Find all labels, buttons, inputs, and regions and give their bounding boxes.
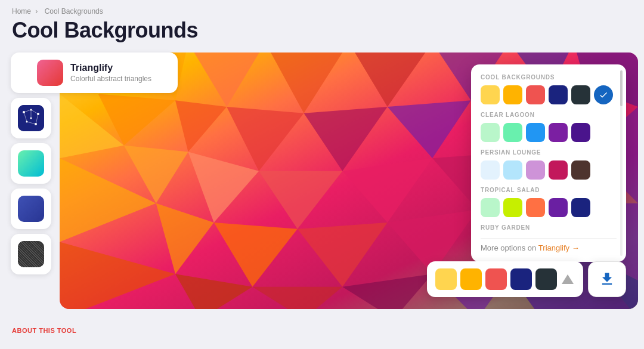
- main-content: Trianglify Colorful abstract triangles: [0, 48, 644, 320]
- swatch-ts-3[interactable]: [526, 198, 545, 217]
- color-section-persian-lounge: PERSIAN LOUNGE: [481, 149, 617, 180]
- toolbar-swatch-1[interactable]: [435, 268, 457, 290]
- color-section-tropical-salad: TROPICAL SALAD: [481, 187, 617, 217]
- swatches-tropical-salad: [481, 198, 617, 217]
- swatch-cl-3[interactable]: [526, 123, 545, 142]
- swatch-cb-3[interactable]: [526, 85, 545, 104]
- color-section-clear-lagoon: CLEAR LAGOON: [481, 112, 617, 142]
- swatch-pl-3[interactable]: [526, 160, 545, 180]
- noise-icon: [18, 241, 44, 267]
- popup-divider: [481, 238, 617, 239]
- download-icon: [599, 271, 615, 288]
- toolbar-swatch-3[interactable]: [485, 268, 507, 290]
- swatch-ts-4[interactable]: [549, 198, 568, 217]
- breadcrumb-current: Cool Backgrounds: [45, 7, 103, 16]
- swatch-cb-2[interactable]: [503, 85, 522, 104]
- color-section-ruby-garden: RUBY GARDEN: [481, 224, 617, 231]
- swatch-pl-5[interactable]: [571, 160, 590, 180]
- tool-card-solid[interactable]: [11, 189, 51, 229]
- section-title-persian-lounge: PERSIAN LOUNGE: [481, 149, 617, 156]
- swatch-pl-1[interactable]: [481, 160, 500, 180]
- swatch-cb-1[interactable]: [481, 85, 500, 104]
- color-section-cool-backgrounds: COOL BACKGROUNDS: [481, 74, 617, 104]
- bottom-toolbar: [427, 261, 626, 297]
- section-title-clear-lagoon: CLEAR LAGOON: [481, 112, 617, 118]
- toolbar-swatch-5[interactable]: [535, 268, 557, 290]
- swatch-cl-2[interactable]: [503, 123, 522, 142]
- solid-icon: [18, 196, 44, 222]
- swatch-pl-2[interactable]: [503, 160, 522, 180]
- swatches-persian-lounge: [481, 160, 617, 180]
- popup-scrollbar-thumb: [620, 70, 623, 106]
- breadcrumb-separator: ›: [35, 7, 38, 16]
- confirm-button[interactable]: [594, 85, 613, 104]
- swatch-cb-4[interactable]: [549, 85, 568, 104]
- trianglify-desc: Colorful abstract triangles: [70, 75, 151, 83]
- trianglify-icon: [37, 60, 63, 86]
- trianglify-info: Trianglify Colorful abstract triangles: [70, 63, 151, 83]
- toolbar-swatch-2[interactable]: [460, 268, 482, 290]
- section-title-tropical-salad: TROPICAL SALAD: [481, 187, 617, 193]
- tool-card-trianglify[interactable]: Trianglify Colorful abstract triangles: [11, 52, 178, 93]
- swatch-ts-2[interactable]: [503, 198, 522, 217]
- section-title-cool-backgrounds: COOL BACKGROUNDS: [481, 74, 617, 81]
- toolbar-swatch-4[interactable]: [510, 268, 532, 290]
- about-section: ABOUT THIS TOOL: [0, 320, 644, 340]
- page-header: Home › Cool Backgrounds Cool Backgrounds: [0, 0, 644, 48]
- triangle-icon: [562, 274, 574, 284]
- swatch-pl-4[interactable]: [549, 160, 568, 180]
- sidebar: Trianglify Colorful abstract triangles: [6, 48, 60, 314]
- popup-scrollbar[interactable]: [620, 70, 623, 256]
- page-title: Cool Backgrounds: [12, 18, 632, 43]
- toolbar-color-row: [427, 261, 583, 297]
- swatch-cl-1[interactable]: [481, 123, 500, 142]
- about-label: ABOUT THIS TOOL: [12, 327, 76, 334]
- download-button[interactable]: [588, 261, 626, 297]
- more-options-link: More options on Trianglify →: [481, 243, 617, 252]
- breadcrumb: Home › Cool Backgrounds: [12, 7, 632, 16]
- trianglify-name: Trianglify: [70, 63, 151, 73]
- color-picker-popup: COOL BACKGROUNDS CLEAR LAGOON: [471, 64, 626, 262]
- breadcrumb-home[interactable]: Home: [12, 7, 31, 16]
- trianglify-link[interactable]: Trianglify →: [538, 243, 580, 252]
- tool-card-gradient[interactable]: [11, 143, 51, 184]
- tool-card-noise[interactable]: [11, 234, 51, 274]
- swatch-cl-4[interactable]: [549, 123, 568, 142]
- swatches-cool-backgrounds: [481, 85, 617, 104]
- swatch-cl-5[interactable]: [571, 123, 590, 142]
- tool-card-constellation[interactable]: [11, 98, 51, 138]
- swatch-ts-1[interactable]: [481, 198, 500, 217]
- swatch-ts-5[interactable]: [571, 198, 590, 217]
- swatches-clear-lagoon: [481, 123, 617, 142]
- gradient-icon: [18, 150, 44, 177]
- more-options-text: More options on: [481, 243, 538, 252]
- constellation-icon: [18, 105, 44, 131]
- section-title-ruby-garden: RUBY GARDEN: [481, 224, 617, 231]
- swatch-cb-5[interactable]: [571, 85, 590, 104]
